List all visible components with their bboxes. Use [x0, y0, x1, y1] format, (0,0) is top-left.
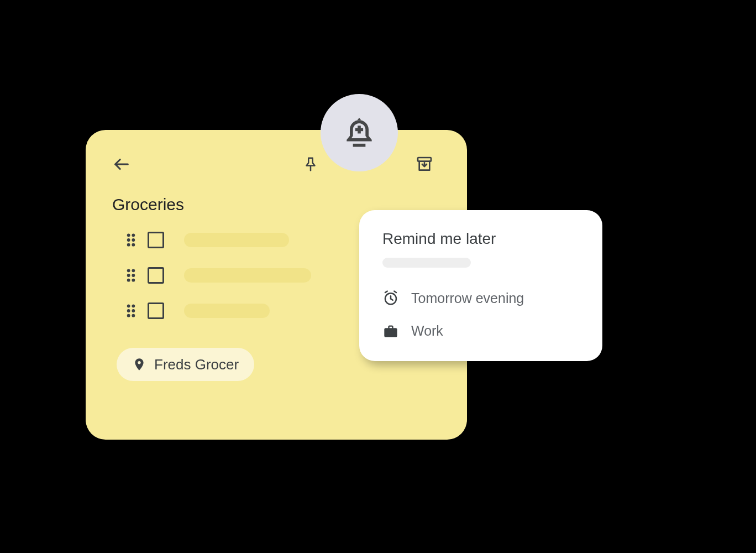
place-icon — [132, 356, 146, 373]
svg-point-13 — [132, 274, 135, 277]
checkbox[interactable] — [148, 232, 164, 248]
svg-point-19 — [132, 309, 135, 312]
svg-line-29 — [394, 291, 396, 293]
svg-point-10 — [127, 269, 130, 272]
archive-button[interactable] — [416, 155, 433, 173]
svg-point-6 — [127, 238, 130, 242]
svg-point-17 — [132, 304, 135, 307]
svg-point-5 — [132, 233, 135, 237]
drag-handle-icon[interactable] — [125, 268, 136, 283]
svg-line-27 — [391, 299, 393, 300]
svg-point-9 — [132, 243, 135, 247]
svg-point-12 — [127, 274, 130, 277]
reminder-panel-title: Remind me later — [382, 230, 579, 248]
work-icon — [382, 324, 399, 339]
location-label: Freds Grocer — [154, 356, 239, 373]
drag-handle-icon[interactable] — [125, 233, 136, 247]
checkbox[interactable] — [148, 302, 164, 319]
archive-icon — [416, 155, 433, 173]
svg-point-16 — [127, 304, 130, 307]
push-pin-icon — [302, 156, 319, 173]
location-chip[interactable]: Freds Grocer — [117, 348, 254, 381]
svg-point-8 — [127, 243, 130, 247]
reminder-place-option[interactable]: Work — [382, 323, 579, 339]
pin-button[interactable] — [302, 156, 319, 173]
reminder-time-label: Tomorrow evening — [411, 290, 524, 306]
drag-handle-icon[interactable] — [125, 304, 136, 318]
item-text-placeholder[interactable] — [184, 233, 289, 247]
svg-point-4 — [127, 233, 130, 237]
svg-point-21 — [132, 314, 135, 317]
item-text-placeholder[interactable] — [184, 304, 270, 318]
svg-point-20 — [127, 314, 130, 317]
alarm-icon — [382, 290, 399, 306]
svg-point-11 — [132, 269, 135, 272]
svg-point-7 — [132, 238, 135, 242]
add-reminder-button[interactable] — [321, 94, 398, 171]
checkbox[interactable] — [148, 267, 164, 284]
reminder-time-option[interactable]: Tomorrow evening — [382, 290, 579, 306]
arrow-back-icon — [112, 155, 131, 174]
reminder-panel: Remind me later Tomorrow evening Work — [359, 210, 602, 361]
note-toolbar — [112, 153, 440, 175]
item-text-placeholder[interactable] — [184, 268, 311, 283]
svg-rect-2 — [418, 158, 431, 161]
svg-point-18 — [127, 309, 130, 312]
svg-rect-24 — [353, 144, 366, 147]
reminder-subtitle-placeholder — [382, 258, 471, 268]
reminder-place-label: Work — [411, 323, 443, 339]
back-button[interactable] — [112, 155, 131, 174]
svg-rect-23 — [355, 128, 363, 132]
svg-point-14 — [127, 279, 130, 282]
svg-line-28 — [385, 291, 387, 293]
svg-point-15 — [132, 279, 135, 282]
add-alert-icon — [340, 114, 378, 152]
